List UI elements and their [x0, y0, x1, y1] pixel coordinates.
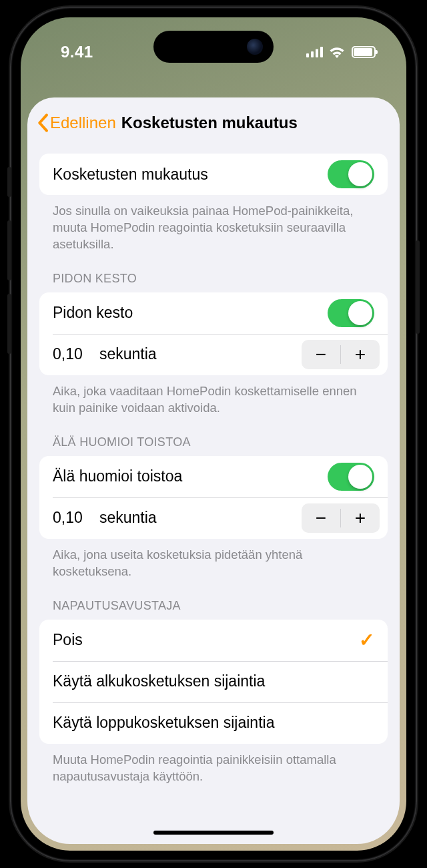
tap-option-label: Pois	[53, 631, 359, 649]
content[interactable]: Kosketusten mukautus Jos sinulla on vaik…	[27, 142, 400, 844]
ignore-repeat-row: Älä huomioi toistoa	[39, 456, 388, 497]
ignore-repeat-label: Älä huomioi toistoa	[53, 467, 328, 485]
hold-duration-decrease-button[interactable]: −	[302, 340, 340, 369]
hold-duration-stepper: − +	[302, 340, 380, 369]
hold-duration-toggle[interactable]	[328, 299, 374, 327]
ignore-repeat-decrease-button[interactable]: −	[302, 503, 340, 533]
ignore-repeat-value: 0,10	[53, 509, 99, 527]
volume-up-button	[7, 220, 11, 280]
hold-duration-footer: Aika, joka vaaditaan HomePodin koskettam…	[53, 383, 374, 417]
ignore-repeat-increase-button[interactable]: +	[341, 503, 380, 533]
back-label: Edellinen	[50, 114, 116, 132]
hold-duration-header: PIDON KESTO	[53, 272, 374, 286]
nav-bar: Edellinen Kosketusten mukautus	[27, 97, 400, 142]
tap-assistance-group: Pois ✓ Käytä alkukosketuksen sijaintia K…	[39, 620, 388, 744]
screen: 9.41 Edellinen Kosketusten mukautus	[21, 17, 406, 851]
tap-option-off[interactable]: Pois ✓	[39, 620, 388, 661]
touch-accommodations-group: Kosketusten mukautus	[39, 154, 388, 195]
ignore-repeat-header: ÄLÄ HUOMIOI TOISTOA	[53, 435, 374, 449]
chevron-left-icon	[37, 114, 49, 132]
tap-option-initial[interactable]: Käytä alkukosketuksen sijaintia	[39, 661, 388, 702]
status-time: 9.41	[61, 43, 93, 61]
svg-rect-1	[311, 51, 314, 57]
touch-accommodations-row: Kosketusten mukautus	[39, 154, 388, 195]
tap-assistance-footer: Muuta HomePodin reagointia painikkeisiin…	[53, 752, 374, 785]
svg-rect-0	[306, 53, 309, 57]
touch-accommodations-toggle[interactable]	[328, 160, 374, 188]
touch-accommodations-footer: Jos sinulla on vaikeuksia painaa HomePod…	[53, 203, 374, 253]
hold-duration-unit: sekuntia	[99, 345, 302, 363]
ignore-repeat-stepper: − +	[302, 503, 380, 533]
ignore-repeat-footer: Aika, jona useita kosketuksia pidetään y…	[53, 547, 374, 580]
hold-duration-row: Pidon kesto	[39, 292, 388, 334]
ignore-repeat-group: Älä huomioi toistoa 0,10 sekuntia − +	[39, 456, 388, 539]
settings-sheet: Edellinen Kosketusten mukautus Kosketust…	[27, 97, 400, 844]
wifi-icon	[329, 46, 345, 58]
ignore-repeat-toggle[interactable]	[328, 463, 374, 491]
back-button[interactable]: Edellinen	[37, 114, 116, 132]
page-title: Kosketusten mukautus	[121, 114, 298, 132]
hold-duration-increase-button[interactable]: +	[341, 340, 380, 369]
volume-down-button	[7, 294, 11, 354]
hold-duration-label: Pidon kesto	[53, 304, 328, 322]
ignore-repeat-value-row: 0,10 sekuntia − +	[39, 497, 388, 539]
front-camera	[247, 39, 263, 55]
hold-duration-value-row: 0,10 sekuntia − +	[39, 334, 388, 375]
checkmark-icon: ✓	[359, 629, 374, 651]
battery-icon	[352, 46, 376, 58]
cellular-icon	[306, 47, 324, 57]
tap-option-final[interactable]: Käytä loppukosketuksen sijaintia	[39, 702, 388, 744]
hold-duration-value: 0,10	[53, 345, 99, 363]
phone-frame: 9.41 Edellinen Kosketusten mukautus	[10, 7, 417, 861]
svg-rect-3	[320, 47, 323, 57]
side-button	[7, 167, 11, 197]
svg-rect-2	[316, 49, 318, 58]
power-button	[416, 240, 420, 334]
home-indicator[interactable]	[153, 831, 274, 835]
touch-accommodations-label: Kosketusten mukautus	[53, 166, 328, 184]
status-icons	[306, 46, 376, 58]
dynamic-island	[153, 31, 274, 63]
tap-option-label: Käytä alkukosketuksen sijaintia	[53, 672, 374, 690]
tap-option-label: Käytä loppukosketuksen sijaintia	[53, 714, 374, 732]
hold-duration-group: Pidon kesto 0,10 sekuntia − +	[39, 292, 388, 375]
tap-assistance-header: NAPAUTUSAVUSTAJA	[53, 599, 374, 613]
ignore-repeat-unit: sekuntia	[99, 509, 302, 527]
